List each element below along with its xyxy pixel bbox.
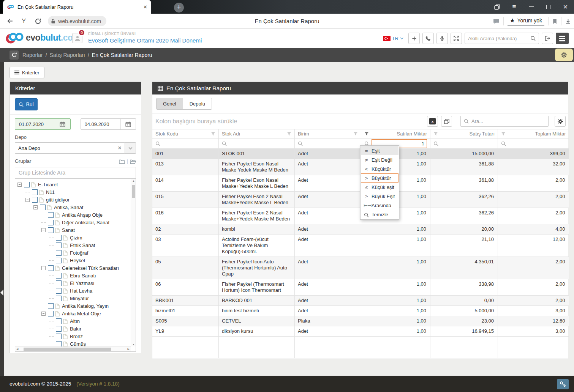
tree-item[interactable]: Antika Ahşap Obje — [17, 211, 131, 219]
tree-checkbox[interactable] — [48, 227, 54, 233]
tree-item-label[interactable]: Fotoğraf — [70, 250, 88, 256]
search-icon[interactable] — [501, 140, 506, 146]
table-row[interactable]: 05Fisher Paykel Icon Auto (Thermosmart H… — [152, 257, 568, 279]
table-row[interactable]: 06Fisher Paykel (Thermosmart Hortum) Ico… — [152, 279, 568, 296]
tree-item[interactable]: Antika Katalog, Yayın — [17, 302, 131, 310]
main-menu-button[interactable] — [556, 33, 569, 44]
tab-genel[interactable]: Genel — [157, 98, 183, 109]
fullscreen-button[interactable] — [451, 33, 462, 44]
back-button[interactable] — [7, 18, 13, 24]
tree-item-label[interactable]: Antika Ahşap Obje — [62, 212, 103, 218]
column-filter-input[interactable] — [441, 139, 495, 148]
tree-checkbox[interactable] — [56, 258, 62, 263]
calendar-icon[interactable] — [120, 119, 136, 129]
scroll-down-icon[interactable]: ▼ — [131, 343, 136, 346]
tree-item[interactable]: Bakır — [17, 325, 131, 333]
search-icon[interactable] — [298, 140, 303, 146]
search-icon[interactable] — [155, 140, 160, 146]
date-to-field[interactable] — [81, 118, 136, 130]
column-filter-cell[interactable] — [152, 139, 219, 149]
filter-menu-item[interactable]: >Büyüktür — [361, 173, 398, 183]
dropdown-button[interactable] — [125, 142, 136, 154]
tree-item[interactable]: E-Ticaret — [17, 181, 131, 189]
tree-checkbox[interactable] — [56, 334, 62, 339]
page-settings-button[interactable] — [555, 49, 573, 61]
column-header[interactable]: Birim — [295, 129, 361, 139]
evobulut-logo[interactable]: evobulut.com — [5, 31, 81, 44]
filter-menu-item[interactable]: ≥Büyük Eşit — [361, 192, 398, 201]
new-tab-button[interactable]: + — [174, 3, 184, 13]
filter-menu-item[interactable]: <Küçüktür — [361, 164, 398, 173]
column-filter-input[interactable] — [163, 139, 215, 148]
smart-search-box[interactable] — [465, 33, 539, 44]
tree-item-label[interactable]: El Yazması — [70, 280, 95, 286]
window-maximize-button[interactable] — [540, 0, 557, 14]
window-close-button[interactable]: ✕ — [557, 0, 574, 14]
language-selector[interactable]: TR — [383, 36, 403, 41]
tree-item-label[interactable]: Altın — [70, 318, 80, 324]
tree-collapse-icon[interactable] — [25, 198, 30, 202]
tree-item[interactable]: Hat Levha — [17, 287, 131, 295]
clear-icon[interactable]: ✕ — [118, 145, 122, 151]
address-bar[interactable]: web.evobulut.com — [48, 16, 106, 26]
tree-checkbox[interactable] — [56, 296, 62, 301]
logout-button[interactable] — [542, 33, 553, 44]
tree-collapse-icon[interactable] — [41, 312, 46, 316]
column-header[interactable]: Satış Tutarı — [430, 129, 498, 139]
tab-overview-icon[interactable] — [489, 0, 506, 14]
filter-menu-item[interactable]: ⊢⊣Arasında — [361, 201, 398, 210]
table-row[interactable]: YL9diksiyon kursuAdet1,0016.949,153,00 — [152, 326, 568, 337]
grid-settings-button[interactable] — [555, 116, 566, 127]
table-row[interactable]: 03Actolind Foam-(vücut Temizleme Ve Bakı… — [152, 235, 568, 257]
date-from-field[interactable] — [15, 118, 71, 130]
tree-item-label[interactable]: Heykel — [70, 258, 85, 263]
tree-checkbox[interactable] — [48, 220, 54, 225]
tree-item-label[interactable]: Çizim — [70, 235, 82, 241]
tree-checkbox[interactable] — [56, 242, 62, 248]
browser-menu-icon[interactable]: ≡ — [506, 0, 523, 14]
tree-item[interactable]: Fotoğraf — [17, 249, 131, 257]
scrollbar-thumb[interactable] — [132, 185, 135, 198]
reload-button[interactable] — [35, 18, 41, 24]
add-button[interactable] — [408, 33, 420, 44]
column-chooser-button[interactable] — [441, 116, 452, 127]
column-filter-cell[interactable] — [295, 139, 361, 149]
tree-item[interactable]: Heykel — [17, 257, 131, 264]
tree-item-label[interactable]: E-Ticaret — [38, 182, 58, 187]
tree-checkbox[interactable] — [56, 341, 62, 346]
filter-funnel-icon[interactable] — [433, 131, 438, 137]
column-filter-cell[interactable] — [498, 139, 569, 149]
tree-item-label[interactable]: Bakır — [70, 326, 81, 332]
tree-item-label[interactable]: Gümüş — [70, 341, 86, 346]
tree-checkbox[interactable] — [56, 280, 62, 286]
filter-funnel-icon[interactable] — [353, 131, 358, 137]
tree-checkbox[interactable] — [48, 311, 54, 316]
collapse-arrow-icon[interactable] — [0, 290, 3, 296]
tree-item[interactable]: Etnik Sanat — [17, 242, 131, 249]
column-filter-input[interactable] — [305, 139, 358, 148]
tab-depolu[interactable]: Depolu — [183, 98, 212, 109]
calendar-icon[interactable] — [55, 119, 70, 129]
tab-close-icon[interactable]: ✕ — [143, 4, 147, 10]
depo-input[interactable] — [18, 145, 118, 151]
tree-checkbox[interactable] — [56, 235, 62, 241]
browser-tab[interactable]: En Çok Satılanlar Raporu ✕ — [3, 0, 151, 14]
filter-funnel-icon[interactable] — [501, 131, 506, 137]
tree-item[interactable]: Altın — [17, 318, 131, 325]
tree-checkbox[interactable] — [48, 212, 54, 218]
tree-collapse-icon[interactable] — [41, 228, 46, 232]
tree-item[interactable]: gitti gidiyor — [17, 196, 131, 204]
expand-all-folder-icon[interactable] — [130, 158, 136, 164]
sidebar-collapse-strip[interactable] — [0, 62, 4, 376]
table-row[interactable]: S005CETVELPlaka1,0023,0012,60 — [152, 316, 568, 326]
column-header[interactable]: Toplam Miktar — [498, 129, 569, 139]
tree-item-label[interactable]: Sanat — [62, 227, 75, 233]
download-icon[interactable] — [565, 18, 571, 24]
phone-button[interactable] — [422, 33, 434, 44]
tree-checkbox[interactable] — [48, 303, 54, 309]
comments-button[interactable]: ★ Yorum yok — [508, 16, 544, 26]
tree-item[interactable]: Sanat — [17, 227, 131, 234]
tree-collapse-icon[interactable] — [17, 183, 22, 187]
tree-item[interactable]: Çizim — [17, 234, 131, 242]
export-excel-button[interactable]: x — [427, 116, 438, 127]
